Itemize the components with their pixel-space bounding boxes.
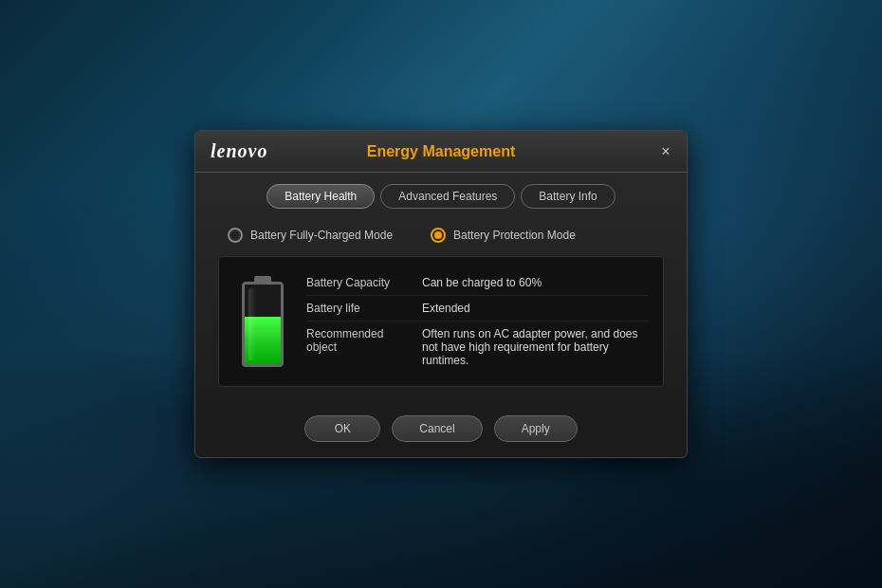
battery-life-value: Extended — [422, 302, 648, 315]
dialog-header: lenovo Energy Management × — [195, 131, 687, 173]
ok-button[interactable]: OK — [304, 415, 380, 442]
info-row-battery-life: Battery life Extended — [306, 296, 648, 322]
button-row: OK Cancel Apply — [195, 402, 687, 457]
info-row-recommended: Recommended object Often runs on AC adap… — [306, 322, 648, 373]
recommended-label: Recommended object — [306, 327, 411, 367]
battery-info-panel: Battery Capacity Can be charged to 60% B… — [218, 256, 664, 387]
battery-body — [242, 282, 284, 367]
tab-advanced-features[interactable]: Advanced Features — [380, 184, 515, 209]
recommended-value: Often runs on AC adapter power, and does… — [422, 327, 648, 367]
battery-reflection — [248, 288, 256, 360]
apply-button[interactable]: Apply — [494, 415, 578, 442]
radio-group: Battery Fully-Charged Mode Battery Prote… — [218, 228, 664, 243]
info-row-capacity: Battery Capacity Can be charged to 60% — [306, 270, 648, 296]
tab-battery-info[interactable]: Battery Info — [521, 184, 615, 209]
dialog-title: Energy Management — [367, 143, 515, 160]
tab-bar: Battery Health Advanced Features Battery… — [195, 173, 687, 216]
radio-circle-protection — [431, 228, 446, 243]
lenovo-logo: lenovo — [211, 140, 267, 162]
radio-circle-fully-charged — [228, 228, 243, 243]
battery-life-label: Battery life — [306, 302, 411, 315]
cancel-button[interactable]: Cancel — [392, 415, 482, 442]
info-table: Battery Capacity Can be charged to 60% B… — [306, 270, 648, 373]
radio-fully-charged-label: Battery Fully-Charged Mode — [250, 229, 393, 242]
radio-fully-charged[interactable]: Battery Fully-Charged Mode — [228, 228, 393, 243]
tab-battery-health[interactable]: Battery Health — [266, 184, 375, 209]
radio-protection-mode[interactable]: Battery Protection Mode — [431, 228, 576, 243]
capacity-label: Battery Capacity — [306, 276, 411, 289]
capacity-value: Can be charged to 60% — [422, 276, 648, 289]
radio-protection-label: Battery Protection Mode — [453, 229, 576, 242]
close-button[interactable]: × — [656, 142, 675, 161]
battery-icon-container — [234, 270, 291, 373]
energy-management-dialog: lenovo Energy Management × Battery Healt… — [194, 130, 688, 458]
tab-content: Battery Fully-Charged Mode Battery Prote… — [195, 216, 687, 402]
